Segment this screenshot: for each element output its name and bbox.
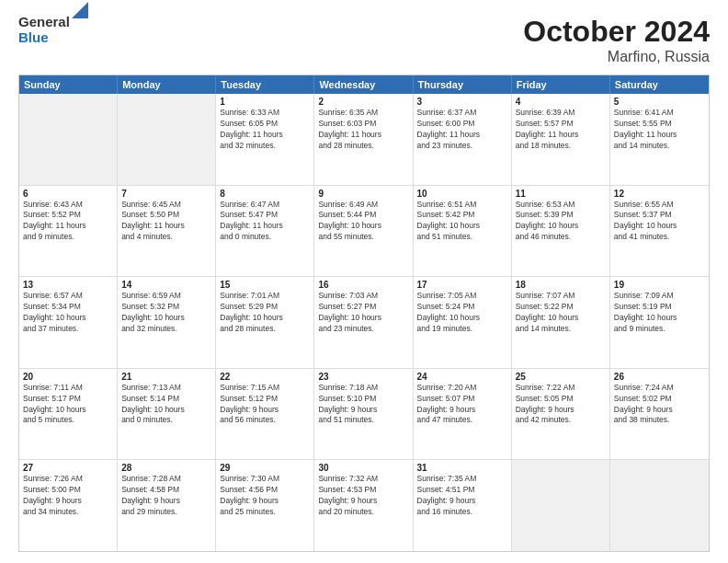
location: Marfino, Russia (523, 49, 710, 65)
day-info: Sunrise: 6:35 AM Sunset: 6:03 PM Dayligh… (318, 108, 408, 152)
logo-general-text: General (18, 15, 70, 30)
day-number: 19 (614, 280, 705, 290)
cal-cell: 11Sunrise: 6:53 AM Sunset: 5:39 PM Dayli… (512, 186, 610, 277)
cal-cell (512, 460, 610, 551)
week-5: 27Sunrise: 7:26 AM Sunset: 5:00 PM Dayli… (19, 460, 709, 551)
cal-cell: 1Sunrise: 6:33 AM Sunset: 6:05 PM Daylig… (216, 94, 314, 185)
day-number: 4 (516, 97, 606, 107)
day-number: 2 (318, 97, 408, 107)
day-info: Sunrise: 7:28 AM Sunset: 4:58 PM Dayligh… (121, 474, 211, 518)
logo-icon (72, 2, 88, 18)
cal-cell: 10Sunrise: 6:51 AM Sunset: 5:42 PM Dayli… (414, 186, 512, 277)
calendar-header: SundayMondayTuesdayWednesdayThursdayFrid… (19, 75, 709, 94)
day-number: 13 (23, 280, 113, 290)
cal-cell: 16Sunrise: 7:03 AM Sunset: 5:27 PM Dayli… (314, 277, 413, 368)
day-number: 15 (220, 280, 310, 290)
day-info: Sunrise: 6:49 AM Sunset: 5:44 PM Dayligh… (318, 200, 408, 244)
cal-cell: 28Sunrise: 7:28 AM Sunset: 4:58 PM Dayli… (118, 460, 216, 551)
week-2: 6Sunrise: 6:43 AM Sunset: 5:52 PM Daylig… (19, 186, 709, 278)
svg-marker-0 (72, 2, 88, 18)
day-number: 6 (23, 189, 113, 199)
cal-cell: 13Sunrise: 6:57 AM Sunset: 5:34 PM Dayli… (19, 277, 118, 368)
day-number: 14 (121, 280, 211, 290)
header-day-friday: Friday (512, 75, 610, 94)
day-number: 18 (516, 280, 606, 290)
cal-cell: 18Sunrise: 7:07 AM Sunset: 5:22 PM Dayli… (512, 277, 610, 368)
week-3: 13Sunrise: 6:57 AM Sunset: 5:34 PM Dayli… (19, 277, 709, 369)
cal-cell: 24Sunrise: 7:20 AM Sunset: 5:07 PM Dayli… (414, 369, 512, 460)
day-number: 11 (516, 189, 606, 199)
day-info: Sunrise: 6:33 AM Sunset: 6:05 PM Dayligh… (220, 108, 310, 152)
cal-cell: 25Sunrise: 7:22 AM Sunset: 5:05 PM Dayli… (512, 369, 610, 460)
day-number: 31 (417, 463, 507, 473)
cal-cell: 2Sunrise: 6:35 AM Sunset: 6:03 PM Daylig… (314, 94, 413, 185)
day-info: Sunrise: 6:53 AM Sunset: 5:39 PM Dayligh… (516, 200, 606, 244)
day-number: 27 (23, 463, 113, 473)
day-number: 25 (516, 372, 606, 382)
day-number: 24 (417, 372, 507, 382)
day-number: 1 (220, 97, 310, 107)
day-info: Sunrise: 7:32 AM Sunset: 4:53 PM Dayligh… (318, 474, 408, 518)
day-number: 3 (417, 97, 507, 107)
calendar-body: 1Sunrise: 6:33 AM Sunset: 6:05 PM Daylig… (19, 94, 709, 551)
day-info: Sunrise: 6:51 AM Sunset: 5:42 PM Dayligh… (417, 200, 507, 244)
cal-cell: 27Sunrise: 7:26 AM Sunset: 5:00 PM Dayli… (19, 460, 118, 551)
logo-blue-text: Blue (18, 30, 70, 46)
day-info: Sunrise: 6:41 AM Sunset: 5:55 PM Dayligh… (614, 108, 705, 152)
header-day-thursday: Thursday (414, 75, 512, 94)
cal-cell: 23Sunrise: 7:18 AM Sunset: 5:10 PM Dayli… (314, 369, 413, 460)
cal-cell: 6Sunrise: 6:43 AM Sunset: 5:52 PM Daylig… (19, 186, 118, 277)
day-number: 16 (318, 280, 408, 290)
day-info: Sunrise: 6:59 AM Sunset: 5:32 PM Dayligh… (121, 291, 211, 335)
cal-cell: 22Sunrise: 7:15 AM Sunset: 5:12 PM Dayli… (216, 369, 314, 460)
day-number: 28 (121, 463, 211, 473)
month-title: October 2024 Marfino, Russia (523, 15, 710, 65)
cal-cell: 21Sunrise: 7:13 AM Sunset: 5:14 PM Dayli… (118, 369, 216, 460)
day-number: 9 (318, 189, 408, 199)
cal-cell: 17Sunrise: 7:05 AM Sunset: 5:24 PM Dayli… (414, 277, 512, 368)
day-info: Sunrise: 7:30 AM Sunset: 4:56 PM Dayligh… (220, 474, 310, 518)
calendar: SundayMondayTuesdayWednesdayThursdayFrid… (18, 75, 710, 552)
cal-cell (610, 460, 709, 551)
day-info: Sunrise: 7:09 AM Sunset: 5:19 PM Dayligh… (614, 291, 705, 335)
header-day-monday: Monday (118, 75, 216, 94)
day-info: Sunrise: 7:07 AM Sunset: 5:22 PM Dayligh… (516, 291, 606, 335)
week-4: 20Sunrise: 7:11 AM Sunset: 5:17 PM Dayli… (19, 369, 709, 461)
month-year: October 2024 (523, 15, 710, 49)
day-info: Sunrise: 6:37 AM Sunset: 6:00 PM Dayligh… (417, 108, 507, 152)
day-info: Sunrise: 7:20 AM Sunset: 5:07 PM Dayligh… (417, 383, 507, 427)
day-number: 26 (614, 372, 705, 382)
day-number: 5 (614, 97, 705, 107)
day-info: Sunrise: 6:39 AM Sunset: 5:57 PM Dayligh… (516, 108, 606, 152)
logo: General Blue (18, 15, 88, 45)
cal-cell: 9Sunrise: 6:49 AM Sunset: 5:44 PM Daylig… (314, 186, 413, 277)
week-1: 1Sunrise: 6:33 AM Sunset: 6:05 PM Daylig… (19, 94, 709, 186)
cal-cell: 29Sunrise: 7:30 AM Sunset: 4:56 PM Dayli… (216, 460, 314, 551)
cal-cell: 31Sunrise: 7:35 AM Sunset: 4:51 PM Dayli… (414, 460, 512, 551)
day-info: Sunrise: 6:55 AM Sunset: 5:37 PM Dayligh… (614, 200, 705, 244)
day-info: Sunrise: 7:24 AM Sunset: 5:02 PM Dayligh… (614, 383, 705, 427)
day-number: 20 (23, 372, 113, 382)
cal-cell: 15Sunrise: 7:01 AM Sunset: 5:29 PM Dayli… (216, 277, 314, 368)
cal-cell: 4Sunrise: 6:39 AM Sunset: 5:57 PM Daylig… (512, 94, 610, 185)
day-info: Sunrise: 6:45 AM Sunset: 5:50 PM Dayligh… (121, 200, 211, 244)
day-number: 21 (121, 372, 211, 382)
page: General Blue October 2024 Marfino, Russi… (0, 0, 728, 563)
cal-cell: 3Sunrise: 6:37 AM Sunset: 6:00 PM Daylig… (414, 94, 512, 185)
day-info: Sunrise: 7:03 AM Sunset: 5:27 PM Dayligh… (318, 291, 408, 335)
cal-cell: 5Sunrise: 6:41 AM Sunset: 5:55 PM Daylig… (610, 94, 709, 185)
day-info: Sunrise: 7:18 AM Sunset: 5:10 PM Dayligh… (318, 383, 408, 427)
header: General Blue October 2024 Marfino, Russi… (18, 15, 710, 65)
cal-cell: 14Sunrise: 6:59 AM Sunset: 5:32 PM Dayli… (118, 277, 216, 368)
day-number: 8 (220, 189, 310, 199)
header-day-wednesday: Wednesday (314, 75, 413, 94)
day-number: 17 (417, 280, 507, 290)
day-info: Sunrise: 7:15 AM Sunset: 5:12 PM Dayligh… (220, 383, 310, 427)
day-number: 29 (220, 463, 310, 473)
day-number: 10 (417, 189, 507, 199)
day-info: Sunrise: 7:01 AM Sunset: 5:29 PM Dayligh… (220, 291, 310, 335)
header-day-sunday: Sunday (19, 75, 118, 94)
day-number: 23 (318, 372, 408, 382)
day-info: Sunrise: 6:47 AM Sunset: 5:47 PM Dayligh… (220, 200, 310, 244)
day-number: 22 (220, 372, 310, 382)
